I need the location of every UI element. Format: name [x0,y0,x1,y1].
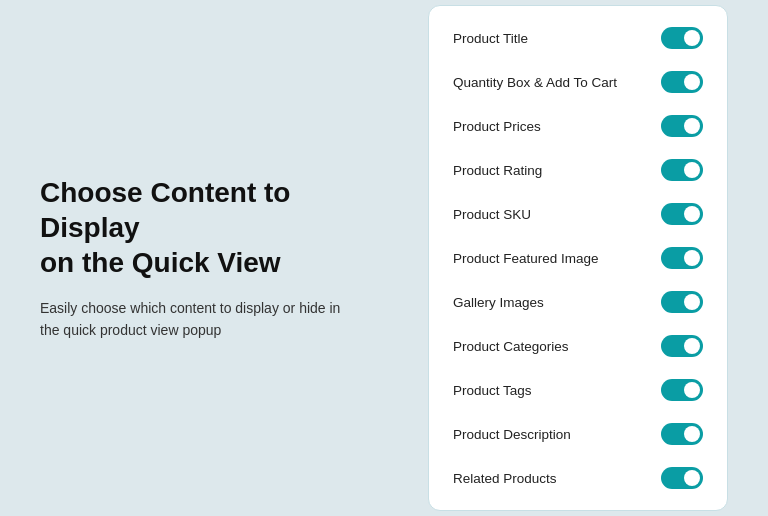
label-product-prices: Product Prices [453,119,541,134]
label-product-categories: Product Categories [453,339,569,354]
toggle-product-prices[interactable] [661,115,703,137]
toggle-product-featured-image[interactable] [661,247,703,269]
toggle-row-related-products: Related Products [429,456,727,500]
toggle-gallery-images[interactable] [661,291,703,313]
toggle-row-product-rating: Product Rating [429,148,727,192]
label-product-sku: Product SKU [453,207,531,222]
toggle-product-sku[interactable] [661,203,703,225]
toggle-row-product-tags: Product Tags [429,368,727,412]
toggle-row-quantity-box: Quantity Box & Add To Cart [429,60,727,104]
toggle-row-product-prices: Product Prices [429,104,727,148]
sub-text: Easily choose which content to display o… [40,298,360,341]
left-section: Choose Content to Display on the Quick V… [40,175,360,341]
toggle-row-product-categories: Product Categories [429,324,727,368]
toggle-product-rating[interactable] [661,159,703,181]
label-quantity-box: Quantity Box & Add To Cart [453,75,617,90]
label-gallery-images: Gallery Images [453,295,544,310]
toggle-product-title[interactable] [661,27,703,49]
toggle-quantity-box[interactable] [661,71,703,93]
label-product-tags: Product Tags [453,383,532,398]
label-product-title: Product Title [453,31,528,46]
toggle-related-products[interactable] [661,467,703,489]
toggle-row-product-description: Product Description [429,412,727,456]
label-product-featured-image: Product Featured Image [453,251,599,266]
toggle-row-product-title: Product Title [429,16,727,60]
toggle-row-product-sku: Product SKU [429,192,727,236]
label-product-description: Product Description [453,427,571,442]
content-settings-panel: Product TitleQuantity Box & Add To CartP… [428,5,728,511]
toggle-product-tags[interactable] [661,379,703,401]
toggle-product-description[interactable] [661,423,703,445]
toggle-row-product-featured-image: Product Featured Image [429,236,727,280]
toggle-row-gallery-images: Gallery Images [429,280,727,324]
label-product-rating: Product Rating [453,163,542,178]
toggle-product-categories[interactable] [661,335,703,357]
label-related-products: Related Products [453,471,557,486]
main-heading: Choose Content to Display on the Quick V… [40,175,360,280]
